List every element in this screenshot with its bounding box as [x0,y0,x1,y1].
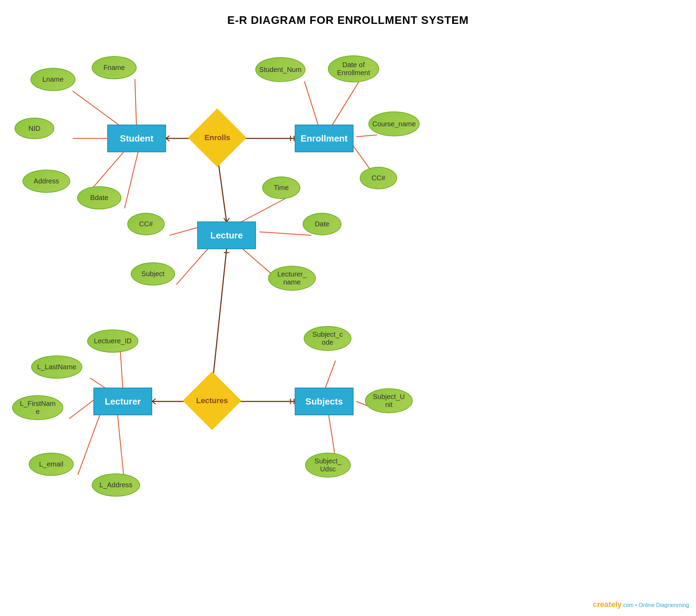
svg-line-4 [125,151,138,208]
subject-code-attribute: Subject_c ode [304,326,351,351]
lectuere-id-attribute: Lectuere_ID [87,329,138,353]
bdate-attribute: Bdate [77,186,121,209]
lectures-relationship: Lectures [183,371,241,430]
l-address-attribute: L_Address [92,473,140,497]
svg-line-30 [152,399,156,401]
fname-attribute: Fname [92,56,137,79]
lecturer-name-label: Lecturer_ name [277,270,307,286]
l-firstname-label: L_FirstNam e [20,400,55,416]
watermark-creately: creately [593,600,622,609]
svg-line-13 [356,135,377,137]
l-email-attribute: L_email [29,453,74,476]
cc-hash-lecture-attribute: CC# [127,213,165,235]
date-of-enrollment-attribute: Date of Enrollment [328,55,379,82]
svg-line-35 [120,352,123,388]
svg-line-23 [176,249,208,284]
svg-line-1 [135,79,137,132]
subject-udsc-label: Subject_ Udsc [314,457,341,473]
svg-line-11 [304,81,318,125]
svg-line-31 [152,401,156,404]
time-label: Time [274,184,289,192]
subjects-entity: Subjects [295,388,354,415]
cc-hash-enroll-label: CC# [372,174,385,182]
student-num-attribute: Student_Num [255,57,305,82]
course-name-attribute: Course_name [368,111,420,136]
l-lastname-attribute: L_LastName [31,355,82,379]
svg-line-22 [259,232,311,235]
diagram-title: E-R DIAGRAM FOR ENROLLMENT SYSTEM [0,0,696,27]
time-attribute: Time [262,176,300,199]
subject-unit-label: Subject_U nit [373,393,405,409]
l-firstname-attribute: L_FirstNam e [12,395,63,420]
lecturer-name-attribute: Lecturer_ name [268,266,316,291]
course-name-label: Course_name [372,120,416,128]
svg-line-6 [166,136,170,138]
l-lastname-label: L_LastName [37,363,76,371]
lecture-entity: Lecture [197,221,256,249]
svg-line-38 [78,414,100,475]
lname-label: Lname [42,75,63,83]
subject-code-label: Subject_c ode [312,330,343,346]
svg-line-7 [166,138,170,141]
svg-line-40 [325,361,336,388]
date-attribute: Date [303,213,341,235]
lecturer-entity: Lecturer [93,388,152,415]
svg-line-21 [170,227,201,235]
subject-attribute: Subject [131,262,175,286]
subject-label: Subject [141,270,165,278]
cc-hash-enroll-attribute: CC# [360,167,397,189]
student-num-label: Student_Num [259,66,301,74]
lectuere-id-label: Lectuere_ID [94,337,132,345]
student-entity: Student [107,125,166,152]
address-label: Address [34,177,59,185]
l-address-label: L_Address [99,481,132,489]
lecture-label: Lecture [210,230,243,241]
nid-attribute: NID [15,118,54,139]
fname-label: Fname [103,64,125,72]
subject-unit-attribute: Subject_U nit [365,388,413,413]
lname-attribute: Lname [30,68,75,91]
svg-line-37 [69,400,94,419]
date-label: Date [315,220,329,228]
svg-line-3 [90,147,128,191]
watermark: creately.com • Online Diagramming [593,600,689,609]
subjects-label: Subjects [305,396,343,407]
cc-hash-lecture-label: CC# [139,220,153,228]
bdate-label: Bdate [90,194,108,202]
svg-line-12 [332,80,360,125]
enrollment-label: Enrollment [301,133,348,144]
date-of-enrollment-label: Date of Enrollment [337,61,370,77]
watermark-dot: .com • Online Diagramming [622,602,689,608]
address-attribute: Address [22,170,70,193]
enrolls-label: Enrolls [204,133,230,142]
enrollment-entity: Enrollment [295,125,354,152]
svg-line-15 [218,159,227,222]
lecturer-label: Lecturer [105,396,141,407]
subject-udsc-attribute: Subject_ Udsc [305,453,351,478]
enrolls-relationship: Enrolls [188,108,247,167]
nid-label: NID [28,125,40,133]
student-label: Student [120,133,154,144]
lectures-label: Lectures [196,396,228,405]
svg-line-20 [235,197,288,225]
svg-line-25 [213,249,227,381]
l-email-label: L_email [39,460,63,468]
